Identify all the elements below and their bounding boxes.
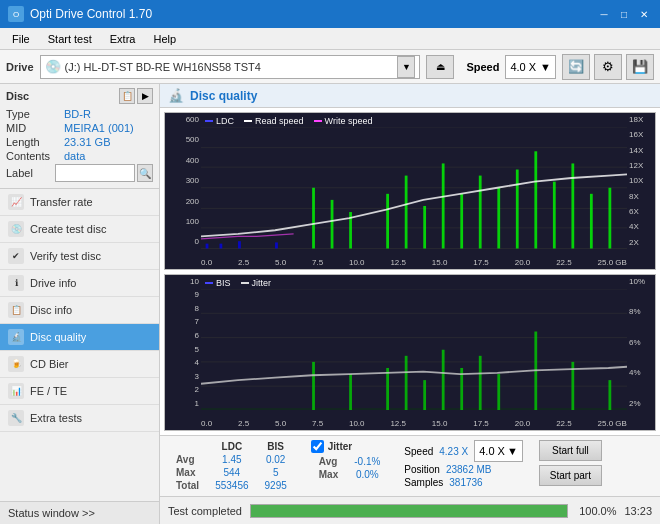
- svg-rect-8: [220, 244, 223, 249]
- maximize-button[interactable]: □: [616, 6, 632, 22]
- status-window-label: Status window >>: [8, 507, 95, 519]
- svg-rect-17: [442, 163, 445, 248]
- speed-info: Speed 4.23 X 4.0 X ▼ Position 23862 MB S…: [404, 440, 522, 490]
- verify-test-disc-icon: ✔: [8, 248, 24, 264]
- save-button[interactable]: 💾: [626, 54, 654, 80]
- sidebar-item-extra-tests[interactable]: 🔧 Extra tests: [0, 405, 159, 432]
- stats-total-bis: 9295: [257, 479, 295, 492]
- refresh-button[interactable]: 🔄: [562, 54, 590, 80]
- status-window-button[interactable]: Status window >>: [0, 501, 159, 524]
- title-bar: O Opti Drive Control 1.70 ─ □ ✕: [0, 0, 660, 28]
- disc-type-label: Type: [6, 108, 64, 120]
- svg-rect-42: [497, 374, 500, 410]
- drive-dropdown-button[interactable]: ▼: [397, 56, 415, 78]
- svg-rect-45: [608, 380, 611, 410]
- svg-rect-25: [590, 194, 593, 249]
- speed-dropdown-arrow: ▼: [540, 61, 551, 73]
- menu-help[interactable]: Help: [145, 31, 184, 47]
- drive-toolbar: Drive 💿 (J:) HL-DT-ST BD-RE WH16NS58 TST…: [0, 50, 660, 84]
- speed-select[interactable]: 4.0 X ▼: [505, 55, 556, 79]
- disc-quality-header: 🔬 Disc quality: [160, 84, 660, 108]
- minimize-button[interactable]: ─: [596, 6, 612, 22]
- disc-contents-value: data: [64, 150, 153, 162]
- stats-max-label: Max: [168, 466, 207, 479]
- sidebar-item-disc-quality[interactable]: 🔬 Disc quality: [0, 324, 159, 351]
- drive-label: Drive: [6, 61, 34, 73]
- toolbar-icons: 🔄 ⚙ 💾: [562, 54, 654, 80]
- disc-quality-icon: 🔬: [8, 329, 24, 345]
- menu-file[interactable]: File: [4, 31, 38, 47]
- jitter-max-value: 0.0%: [346, 468, 388, 481]
- stats-max-ldc: 544: [207, 466, 256, 479]
- sidebar-item-label: FE / TE: [30, 385, 67, 397]
- svg-rect-34: [312, 361, 315, 410]
- sidebar-item-label: Drive info: [30, 277, 76, 289]
- svg-rect-37: [405, 355, 408, 410]
- start-part-button[interactable]: Start part: [539, 465, 602, 486]
- speed-select-val: 4.0 X: [479, 445, 505, 457]
- svg-rect-36: [386, 367, 389, 410]
- legend-ldc: LDC: [216, 116, 234, 126]
- svg-rect-22: [534, 151, 537, 248]
- disc-label-input[interactable]: [55, 164, 135, 182]
- start-buttons: Start full Start part: [539, 440, 602, 486]
- fe-te-icon: 📊: [8, 383, 24, 399]
- progress-bar-fill: [251, 505, 567, 517]
- sidebar-item-drive-info[interactable]: ℹ Drive info: [0, 270, 159, 297]
- legend-readspeed: Read speed: [255, 116, 304, 126]
- svg-rect-10: [275, 242, 278, 248]
- svg-rect-21: [516, 170, 519, 249]
- svg-rect-20: [497, 188, 500, 249]
- sidebar-item-disc-info[interactable]: 📋 Disc info: [0, 297, 159, 324]
- speed-info-value: 4.23 X: [439, 446, 468, 457]
- sidebar-item-label: Extra tests: [30, 412, 82, 424]
- disc-icon-btn-1[interactable]: 📋: [119, 88, 135, 104]
- stats-total-label: Total: [168, 479, 207, 492]
- speed-info-select[interactable]: 4.0 X ▼: [474, 440, 523, 462]
- stats-header-ldc: LDC: [207, 440, 256, 453]
- menu-bar: File Start test Extra Help: [0, 28, 660, 50]
- stats-avg-bis: 0.02: [257, 453, 295, 466]
- svg-rect-16: [423, 206, 426, 249]
- disc-label-button[interactable]: 🔍: [137, 164, 153, 182]
- jitter-max-label: Max: [311, 468, 346, 481]
- svg-rect-14: [386, 194, 389, 249]
- transfer-rate-icon: 📈: [8, 194, 24, 210]
- sidebar-item-cd-bier[interactable]: 🍺 CD Bier: [0, 351, 159, 378]
- disc-mid-value: MEIRA1 (001): [64, 122, 153, 134]
- cd-bier-icon: 🍺: [8, 356, 24, 372]
- sidebar-item-transfer-rate[interactable]: 📈 Transfer rate: [0, 189, 159, 216]
- progress-time: 13:23: [624, 505, 652, 517]
- jitter-label: Jitter: [328, 441, 352, 452]
- nav-items: 📈 Transfer rate 💿 Create test disc ✔ Ver…: [0, 189, 159, 501]
- window-controls: ─ □ ✕: [596, 6, 652, 22]
- eject-button[interactable]: ⏏: [426, 55, 454, 79]
- sidebar-item-label: Verify test disc: [30, 250, 101, 262]
- start-full-button[interactable]: Start full: [539, 440, 602, 461]
- menu-extra[interactable]: Extra: [102, 31, 144, 47]
- chart1-y-axis-left: 6005004003002001000: [165, 113, 201, 249]
- drive-disc-icon: 💿: [45, 59, 61, 74]
- menu-start-test[interactable]: Start test: [40, 31, 100, 47]
- settings-button[interactable]: ⚙: [594, 54, 622, 80]
- legend-bis: BIS: [216, 278, 231, 288]
- sidebar-item-fe-te[interactable]: 📊 FE / TE: [0, 378, 159, 405]
- stats-row-avg: Avg 1.45 0.02: [168, 453, 295, 466]
- sidebar-item-label: Transfer rate: [30, 196, 93, 208]
- stats-avg-ldc: 1.45: [207, 453, 256, 466]
- stats-table: LDC BIS Avg 1.45 0.02 Max 544 5: [168, 440, 295, 492]
- jitter-avg-label: Avg: [311, 455, 346, 468]
- disc-panel: Disc 📋 ▶ Type BD-R MID MEIRA1 (001) Leng…: [0, 84, 159, 189]
- svg-rect-26: [608, 188, 611, 249]
- speed-value: 4.0 X: [510, 61, 536, 73]
- sidebar-item-label: Disc info: [30, 304, 72, 316]
- disc-length-value: 23.31 GB: [64, 136, 153, 148]
- content-area: 🔬 Disc quality LDC Read speed: [160, 84, 660, 524]
- sidebar-item-create-test-disc[interactable]: 💿 Create test disc: [0, 216, 159, 243]
- drive-info-icon: ℹ: [8, 275, 24, 291]
- sidebar-item-verify-test-disc[interactable]: ✔ Verify test disc: [0, 243, 159, 270]
- close-button[interactable]: ✕: [636, 6, 652, 22]
- jitter-checkbox[interactable]: [311, 440, 324, 453]
- disc-icon-btn-2[interactable]: ▶: [137, 88, 153, 104]
- speed-label: Speed: [466, 61, 499, 73]
